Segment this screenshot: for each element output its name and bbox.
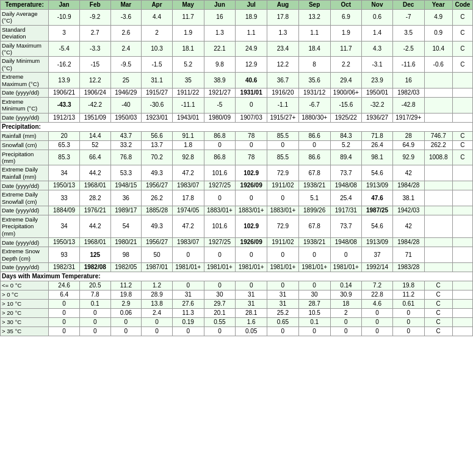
cell [424, 113, 452, 122]
table-row: Date (yyyy/dd)1950/131968/011980/211956/… [1, 238, 473, 247]
cell: 0.06 [110, 308, 142, 317]
cell: 17.8 [267, 10, 299, 26]
cell: 1956/27 [142, 181, 173, 190]
cell: -42.8 [392, 97, 424, 113]
cell: 19.8 [110, 290, 142, 299]
cell [452, 262, 472, 272]
cell: 25 [110, 73, 142, 88]
cell: -5 [204, 97, 236, 113]
cell: 28.7 [298, 299, 330, 308]
cell: C [452, 25, 472, 41]
cell: 12.9 [236, 57, 267, 73]
table-row: > 20 °C000.062.411.320.128.125.210.5200C [1, 308, 473, 317]
row-label: > 30 °C [1, 317, 49, 326]
row-label: Rainfall (mm) [1, 131, 49, 140]
cell: 0 [49, 317, 80, 326]
cell: 0 [204, 247, 236, 263]
table-row: > 30 °C00000.190.551.60.650.1000C [1, 317, 473, 326]
cell: 1938/21 [298, 238, 330, 247]
table-row: Date (yyyy/dd)1950/131968/011948/151956/… [1, 181, 473, 190]
cell: 1885/28 [142, 206, 173, 215]
cell: 22.1 [204, 41, 236, 57]
col-jul: Jul [236, 1, 267, 10]
cell [452, 299, 472, 308]
table-row: Date (yyyy/dd)1982/311982/081982/051987/… [1, 262, 473, 272]
cell: 1987/25 [362, 206, 393, 215]
cell: 0.1 [79, 299, 110, 308]
cell: 0 [172, 281, 204, 290]
cell: 0.6 [362, 10, 393, 26]
cell: 0 [204, 326, 236, 336]
cell: 1911/02 [267, 238, 299, 247]
cell: -1.1 [267, 97, 299, 113]
cell: -0.6 [424, 57, 452, 73]
cell: 1880/30+ [298, 113, 330, 122]
table-body: Daily Average (°C)-10.9-9.2-3.64.411.716… [1, 10, 473, 336]
cell: C [452, 57, 472, 73]
cell: 52 [79, 140, 110, 150]
cell: 26.4 [362, 140, 393, 150]
cell: C [452, 41, 472, 57]
cell [424, 190, 452, 206]
cell: 67.8 [298, 165, 330, 181]
cell: 35 [172, 73, 204, 88]
cell: 0 [330, 247, 362, 263]
cell: 49.3 [142, 165, 173, 181]
cell: 1.9 [172, 25, 204, 41]
cell: 11.2 [392, 290, 424, 299]
cell: 16 [204, 10, 236, 26]
cell [452, 113, 472, 122]
cell: 31 [236, 299, 267, 308]
section-header-row: Precipitation: [1, 122, 473, 131]
cell: 1982/08 [79, 262, 110, 272]
cell: C [452, 10, 472, 26]
cell: 1899/26 [298, 206, 330, 215]
cell: 1981/01+ [236, 262, 267, 272]
cell: 1976/21 [79, 206, 110, 215]
cell: 0.65 [267, 317, 299, 326]
row-label: Date (yyyy/dd) [1, 262, 49, 272]
cell: -16.2 [49, 57, 80, 73]
row-label: Date (yyyy/dd) [1, 238, 49, 247]
cell: 0.9 [424, 25, 452, 41]
cell: 0 [79, 308, 110, 317]
cell: -3.3 [79, 41, 110, 57]
cell: 1926/09 [236, 181, 267, 190]
cell: 9.8 [204, 57, 236, 73]
cell: 3 [49, 25, 80, 41]
cell [452, 317, 472, 326]
cell: 31 [172, 290, 204, 299]
cell [452, 181, 472, 190]
cell: 101.6 [204, 215, 236, 238]
cell: 65.3 [49, 140, 80, 150]
cell: 1968/01 [79, 181, 110, 190]
section-header-row: Days with Maximum Temperature: [1, 272, 473, 281]
cell: 1926/09 [236, 238, 267, 247]
cell [452, 190, 472, 206]
cell: 11.3 [172, 308, 204, 317]
cell: 0 [204, 140, 236, 150]
cell: 8 [298, 57, 330, 73]
cell: 0.61 [392, 299, 424, 308]
cell: 1906/24 [79, 88, 110, 97]
cell: 1008.8 [424, 150, 452, 165]
cell: 1982/05 [110, 262, 142, 272]
cell: 0 [236, 97, 267, 113]
cell: 0 [49, 308, 80, 317]
cell: 18.4 [298, 41, 330, 57]
cell [424, 215, 452, 238]
cell: 1883/01+ [204, 206, 236, 215]
cell: 0 [204, 281, 236, 290]
cell: 73.7 [330, 215, 362, 238]
cell: 47.2 [172, 215, 204, 238]
cell: 1925/22 [330, 113, 362, 122]
cell: 0 [298, 140, 330, 150]
cell: 38.9 [204, 73, 236, 88]
cell: 1974/05 [172, 206, 204, 215]
cell: 73.7 [330, 165, 362, 181]
cell: 42 [392, 215, 424, 238]
cell: 13.7 [142, 140, 173, 150]
table-row: Daily Average (°C)-10.9-9.2-3.64.411.716… [1, 10, 473, 26]
cell: 11.7 [172, 10, 204, 26]
cell: 0.55 [204, 317, 236, 326]
